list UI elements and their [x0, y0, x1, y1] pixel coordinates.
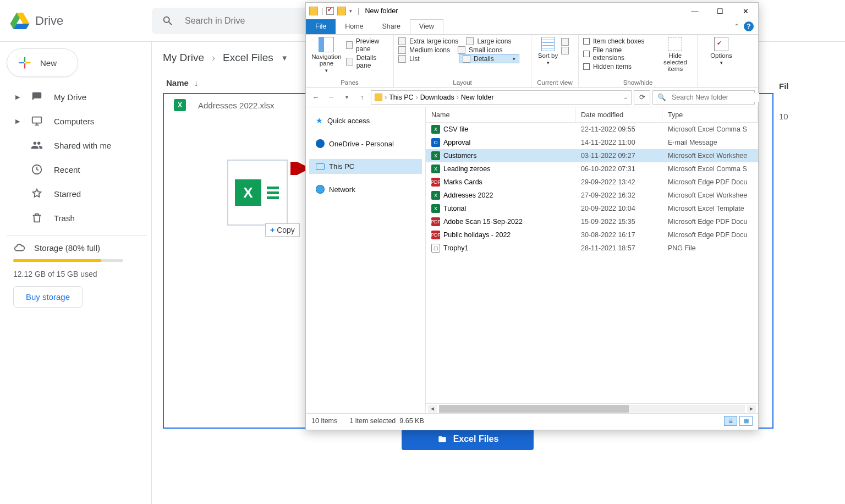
minimize-button[interactable]: — [682, 3, 707, 19]
properties-qat-icon[interactable] [326, 7, 334, 15]
sidebar-item-shared[interactable]: ▶Shared with me [7, 133, 147, 157]
nav-up-button[interactable]: ↑ [355, 91, 369, 104]
col-header-type[interactable]: Type [662, 107, 758, 122]
sidebar-item-starred[interactable]: ▶Starred [7, 182, 147, 206]
file-name: Addresses 2022 [443, 191, 493, 199]
sidebar-item-my-drive[interactable]: ▶My Drive [7, 85, 147, 109]
crumb-root[interactable]: My Drive [163, 52, 204, 64]
explorer-search-input[interactable] [671, 93, 759, 102]
file-row[interactable]: PDFAdobe Scan 15-Sep-202215-09-2022 15:3… [426, 215, 758, 228]
navigation-pane-button[interactable]: Navigation pane▾ [310, 37, 343, 73]
nav-forward-button[interactable]: → [325, 91, 338, 104]
new-button[interactable]: New [7, 48, 78, 77]
add-columns-icon[interactable] [561, 38, 569, 46]
search-icon [162, 15, 174, 27]
folder-icon [437, 435, 448, 443]
item-check-boxes[interactable]: Item check boxes [583, 37, 652, 46]
layout-details[interactable]: Details▾ [459, 54, 519, 63]
layout-extra-large[interactable]: Extra large icons [398, 37, 458, 46]
file-row[interactable]: XAddresses 202227-09-2022 16:32Microsoft… [426, 189, 758, 202]
help-icon[interactable]: ? [744, 21, 754, 31]
maximize-button[interactable]: ☐ [707, 3, 733, 19]
file-date: 06-10-2022 07:31 [575, 165, 662, 173]
address-bar[interactable]: › This PC› Downloads› New folder ⌄ [371, 90, 632, 105]
file-name: Trophy1 [443, 244, 468, 252]
file-name: Public holidays - 2022 [443, 231, 511, 239]
close-button[interactable]: ✕ [733, 3, 758, 19]
search-icon: 🔍 [657, 93, 666, 101]
file-row[interactable]: PDFMarks Cards29-09-2022 13:42Microsoft … [426, 176, 758, 189]
tree-onedrive[interactable]: OneDrive - Personal [309, 136, 422, 151]
details-view-toggle[interactable]: ≣ [724, 416, 737, 426]
file-type: E-mail Message [662, 139, 758, 146]
hidden-items[interactable]: Hidden items [583, 62, 652, 71]
qat-dropdown-icon[interactable]: ▾ [349, 8, 352, 14]
col-header-date[interactable]: Date modified [575, 107, 662, 122]
csv-file-icon: X [431, 125, 440, 134]
ribbon-view: Navigation pane▾ Preview pane Details pa… [306, 35, 758, 87]
file-type: Microsoft Edge PDF Docu [662, 218, 758, 226]
file-row[interactable]: XCustomers03-11-2022 09:27Microsoft Exce… [426, 149, 758, 162]
status-selection: 1 item selected [349, 417, 396, 425]
file-row[interactable]: OApproval14-11-2022 11:00E-mail Message [426, 136, 758, 149]
chevron-down-icon[interactable]: ▼ [281, 54, 288, 62]
details-pane-button[interactable]: Details pane [346, 53, 389, 70]
preview-pane-button[interactable]: Preview pane [346, 37, 389, 53]
file-name: Leading zeroes [443, 165, 490, 173]
scroll-thumb[interactable] [439, 405, 629, 413]
buy-storage-button[interactable]: Buy storage [13, 286, 83, 308]
sidebar-item-trash[interactable]: ▶Trash [7, 206, 147, 230]
file-name-extensions[interactable]: File name extensions [583, 46, 652, 62]
file-row[interactable]: XCSV file22-11-2022 09:55Microsoft Excel… [426, 123, 758, 136]
file-row[interactable]: ▢Trophy128-11-2021 18:57PNG File [426, 242, 758, 255]
nav-back-button[interactable]: ← [309, 91, 322, 104]
scroll-left-button[interactable]: ◄ [428, 405, 437, 413]
hide-selected-button[interactable]: Hide selected items [658, 37, 693, 72]
tab-file[interactable]: File [306, 19, 336, 34]
pdf-file-icon: PDF [431, 178, 440, 187]
tab-share[interactable]: Share [373, 19, 410, 34]
folder-qat-icon[interactable] [309, 7, 318, 15]
sort-by-button[interactable]: Sort by▾ [536, 37, 560, 65]
tree-network[interactable]: Network [309, 182, 422, 197]
file-row[interactable]: XLeading zeroes06-10-2022 07:31Microsoft… [426, 162, 758, 176]
cloud-icon [13, 242, 25, 254]
layout-small[interactable]: Small icons [458, 46, 502, 54]
tree-this-pc[interactable]: This PC [309, 159, 422, 174]
drag-copy-tooltip: +Copy [265, 223, 300, 237]
file-date: 27-09-2022 16:32 [575, 191, 662, 199]
scroll-right-button[interactable]: ► [747, 405, 756, 413]
csv-file-icon: X [431, 165, 440, 173]
thumbnails-view-toggle[interactable]: ▦ [739, 416, 753, 426]
pc-icon [316, 163, 325, 170]
folder-qat-icon-2[interactable] [337, 7, 346, 15]
file-row[interactable]: XTutorial20-09-2022 10:04Microsoft Excel… [426, 202, 758, 215]
tab-view[interactable]: View [410, 19, 443, 34]
xls-file-icon: X [431, 151, 440, 160]
sidebar-item-recent[interactable]: ▶Recent [7, 157, 147, 182]
file-name: Tutorial [443, 205, 466, 212]
layout-list[interactable]: List [398, 54, 451, 63]
tree-quick-access[interactable]: ★Quick access [309, 113, 422, 128]
refresh-button[interactable]: ⟳ [634, 90, 650, 105]
col-header-name[interactable]: Name [426, 107, 575, 122]
file-type: Microsoft Edge PDF Docu [662, 178, 758, 186]
explorer-titlebar[interactable]: | ▾ | New folder — ☐ ✕ [306, 3, 758, 19]
sidebar-item-computers[interactable]: ▶Computers [7, 109, 147, 133]
crumb-current[interactable]: Excel Files [223, 52, 273, 64]
explorer-search[interactable]: 🔍 [652, 90, 755, 105]
ribbon-collapse-icon[interactable]: ⌃ [734, 23, 739, 30]
drive-logo[interactable]: Drive [9, 10, 152, 32]
drive-sidebar: New ▶My Drive ▶Computers ▶Shared with me… [0, 42, 152, 504]
horizontal-scrollbar[interactable]: ◄ ► [426, 403, 758, 413]
address-history-dropdown[interactable]: ⌄ [623, 94, 628, 100]
layout-medium[interactable]: Medium icons [398, 46, 450, 54]
options-button[interactable]: ✔ Options▾ [702, 37, 740, 65]
nav-recent-dropdown[interactable]: ▾ [340, 91, 353, 104]
file-row[interactable]: PDFPublic holidays - 202230-08-2022 16:1… [426, 228, 758, 242]
layout-large[interactable]: Large icons [466, 37, 511, 46]
size-columns-icon[interactable] [561, 47, 569, 54]
tab-home[interactable]: Home [336, 19, 372, 34]
explorer-tree: ★Quick access OneDrive - Personal This P… [306, 107, 426, 413]
storage-label[interactable]: Storage (80% full) [7, 242, 147, 254]
